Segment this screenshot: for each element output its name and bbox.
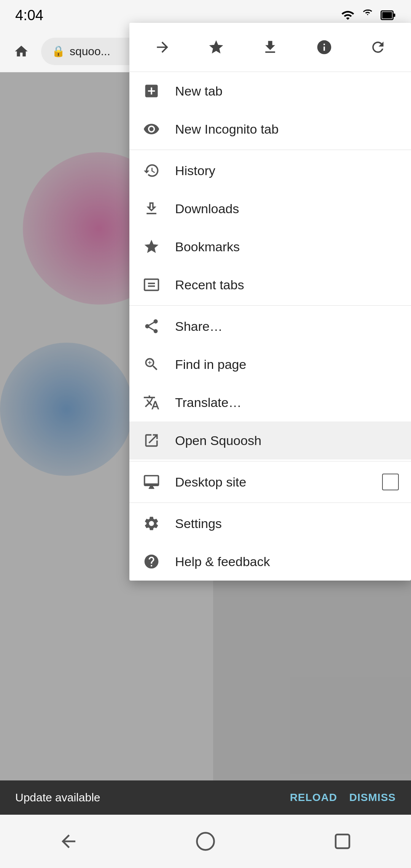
dismiss-button[interactable]: DISMISS (349, 791, 396, 804)
bookmarks-icon (142, 237, 161, 257)
menu-item-new-incognito-tab[interactable]: New Incognito tab (129, 110, 411, 148)
home-button[interactable] (8, 38, 35, 65)
menu-item-label-desktop-site: Desktop site (175, 475, 368, 490)
divider-after-desktop-site (129, 503, 411, 503)
divider-after-open-squoosh (129, 461, 411, 461)
update-banner: Update available RELOAD DISMISS (0, 780, 411, 815)
menu-item-recent-tabs[interactable]: Recent tabs (129, 266, 411, 304)
find-icon (142, 354, 161, 374)
menu-item-bookmarks[interactable]: Bookmarks (129, 228, 411, 266)
svg-rect-4 (336, 834, 349, 848)
menu-item-label-translate: Translate… (175, 395, 399, 410)
menu-item-desktop-site[interactable]: Desktop site (129, 463, 411, 501)
menu-item-find-in-page[interactable]: Find in page (129, 345, 411, 383)
menu-item-help-feedback[interactable]: Help & feedback (129, 542, 411, 581)
menu-item-new-tab[interactable]: New tab (129, 72, 411, 110)
new-tab-icon (142, 81, 161, 101)
info-button[interactable] (309, 32, 339, 62)
recent-nav-button[interactable] (323, 822, 362, 860)
menu-item-label-bookmarks: Bookmarks (175, 239, 399, 254)
menu-item-label-new-tab: New tab (175, 84, 399, 99)
history-icon (142, 161, 161, 180)
menu-item-label-open-squoosh: Open Squoosh (175, 433, 399, 448)
share-icon (142, 316, 161, 336)
menu-item-label-help-feedback: Help & feedback (175, 554, 399, 569)
home-nav-button[interactable] (186, 822, 225, 860)
lock-icon: 🔒 (52, 45, 65, 57)
address-text: squoo... (70, 45, 110, 58)
desktop-site-checkbox[interactable] (382, 474, 399, 490)
incognito-icon (142, 119, 161, 139)
menu-top-bar (129, 23, 411, 72)
menu-item-label-share: Share… (175, 319, 399, 334)
downloads-icon (142, 199, 161, 219)
download-button[interactable] (255, 32, 285, 62)
help-icon (142, 552, 161, 571)
open-app-icon (142, 431, 161, 450)
menu-item-label-recent-tabs: Recent tabs (175, 278, 399, 292)
svg-rect-2 (393, 14, 395, 17)
back-nav-button[interactable] (49, 822, 88, 860)
dropdown-menu: New tabNew Incognito tabHistoryDownloads… (129, 23, 411, 581)
battery-icon (381, 8, 396, 22)
menu-item-label-downloads: Downloads (175, 201, 399, 216)
bookmark-button[interactable] (201, 32, 231, 62)
settings-icon (142, 514, 161, 533)
svg-rect-1 (382, 12, 392, 18)
svg-point-3 (197, 833, 214, 850)
desktop-icon (142, 472, 161, 492)
translate-icon (142, 393, 161, 412)
menu-item-history[interactable]: History (129, 152, 411, 190)
nav-bar (0, 815, 411, 868)
menu-item-label-find-in-page: Find in page (175, 357, 399, 372)
divider-after-recent-tabs (129, 305, 411, 306)
menu-item-label-history: History (175, 163, 399, 178)
menu-item-label-settings: Settings (175, 516, 399, 531)
status-icons (341, 8, 396, 22)
menu-item-settings[interactable]: Settings (129, 504, 411, 542)
status-time: 4:04 (15, 7, 43, 24)
update-message: Update available (15, 791, 100, 804)
reload-button[interactable]: RELOAD (290, 791, 337, 804)
menu-item-translate[interactable]: Translate… (129, 383, 411, 421)
menu-item-downloads[interactable]: Downloads (129, 190, 411, 228)
update-actions: RELOAD DISMISS (290, 791, 396, 804)
divider-after-new-incognito-tab (129, 150, 411, 150)
menu-item-share[interactable]: Share… (129, 307, 411, 345)
forward-button[interactable] (147, 32, 178, 62)
wifi-icon (361, 8, 374, 22)
refresh-button[interactable] (363, 32, 393, 62)
menu-item-label-new-incognito-tab: New Incognito tab (175, 122, 399, 137)
signal-icon (341, 8, 355, 22)
menu-items-container: New tabNew Incognito tabHistoryDownloads… (129, 72, 411, 581)
menu-item-open-squoosh[interactable]: Open Squoosh (129, 421, 411, 460)
recent-tabs-icon (142, 275, 161, 295)
